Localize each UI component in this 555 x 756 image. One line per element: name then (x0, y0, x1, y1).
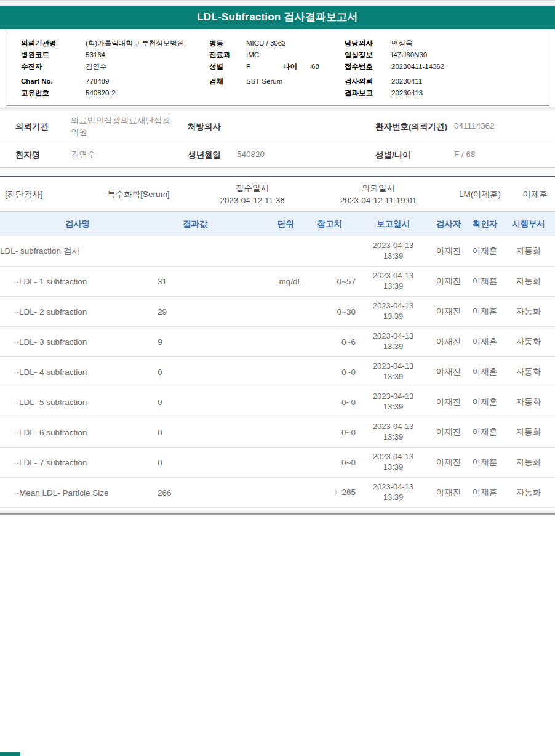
performing-dept: 자동화 (502, 357, 555, 387)
tester: 이재진 (429, 267, 468, 297)
report-date: 2023-04-13 (357, 452, 429, 462)
receipt-datetime: 접수일시 2023-04-12 11:36 (191, 182, 314, 206)
report-datetime: 2023-04-13 13:39 (357, 267, 429, 297)
report-date: 2023-04-13 (357, 301, 429, 312)
test-name: ··LDL- 1 subfraction (0, 267, 155, 297)
reference-range: 0~0 (303, 417, 357, 448)
info-label: 검체 (209, 78, 246, 86)
info-label: Chart No. (21, 78, 86, 86)
info-label: 병동 (209, 40, 246, 47)
patient-info-table: 의뢰기관 의료법인삼광의료재단삼광의원 처방의사 환자번호(의뢰기관) 0411… (0, 111, 555, 168)
info-value: 김연수 (86, 63, 107, 71)
request-value: 2023-04-12 11:19:01 (314, 195, 443, 207)
performing-dept: 자동화 (502, 327, 555, 357)
reference-range: 0~0 (303, 357, 357, 387)
col-verifier: 확인자 (468, 212, 502, 236)
test-name: ··LDL- 3 subfraction (0, 327, 155, 357)
result-value: 29 (155, 297, 235, 327)
performing-dept: 자동화 (502, 478, 555, 508)
results-table: 검사명 결과값 단위 참고치 보고일시 검사자 확인자 시행부서 LDL- su… (0, 212, 555, 508)
report-datetime: 2023-04-13 13:39 (357, 236, 429, 267)
result-row: ··Mean LDL- Particle Size 266 〉265 2023-… (0, 478, 555, 508)
info-column-right: 담당의사변성욱 임상정보I47U60N30 접수번호20230411-14362… (336, 38, 549, 99)
section-dept: [진단검사] (0, 189, 86, 200)
result-row: ··LDL- 7 subfraction 0 0~0 2023-04-13 13… (0, 448, 555, 478)
report-time: 13:39 (357, 281, 429, 292)
info-value: 68 (311, 63, 319, 71)
info-value: 53164 (86, 52, 105, 59)
info-label: 담당의사 (345, 40, 391, 47)
info-label: 결과보고 (345, 90, 391, 97)
patient-row: 환자명 김연수 생년월일 540820 성별/나이 F / 68 (0, 142, 555, 167)
info-label: 나이 (283, 63, 311, 71)
info-row: 고유번호540820-2 (21, 87, 203, 99)
unit (235, 478, 303, 508)
result-value: 0 (155, 448, 235, 478)
result-row: ··LDL- 6 subfraction 0 0~0 2023-04-13 13… (0, 417, 555, 448)
tester: 이재진 (429, 357, 468, 387)
page-top-strip (0, 0, 555, 6)
result-row: LDL- subfraction 검사 2023-04-13 13:39 이재진… (0, 236, 555, 267)
tester: 이재진 (429, 448, 468, 478)
report-date: 2023-04-13 (357, 271, 429, 281)
verifier: 이제훈 (468, 267, 502, 297)
unit: mg/dL (235, 267, 303, 297)
verifier: 이제훈 (468, 478, 502, 508)
report-datetime: 2023-04-13 13:39 (357, 478, 429, 508)
performing-dept: 자동화 (502, 236, 555, 267)
reference-range: 〉265 (303, 478, 357, 508)
info-label: 접수번호 (345, 63, 391, 71)
patient-value: 김연수 (71, 149, 188, 160)
col-test-name: 검사명 (0, 212, 155, 236)
result-value: 0 (155, 387, 235, 417)
info-row: 임상정보I47U60N30 (345, 49, 549, 61)
info-row: 검체SST Serum (209, 76, 336, 87)
section-category: 특수화학[Serum] (86, 189, 191, 200)
info-row: 수진자김연수 (21, 61, 203, 73)
info-label: 임상정보 (345, 52, 391, 59)
result-row: ··LDL- 4 subfraction 0 0~0 2023-04-13 13… (0, 357, 555, 387)
patient-label: 환자명 (15, 150, 71, 161)
separator-band (0, 107, 555, 111)
unit (235, 448, 303, 478)
performing-dept: 자동화 (502, 387, 555, 417)
tester: 이재진 (429, 327, 468, 357)
patient-label: 의뢰기관 (15, 121, 71, 132)
results-body: LDL- subfraction 검사 2023-04-13 13:39 이재진… (0, 236, 555, 508)
report-date: 2023-04-13 (357, 482, 429, 493)
report-time: 13:39 (357, 312, 429, 322)
info-label: 의뢰기관명 (21, 40, 86, 47)
report-time: 13:39 (357, 493, 429, 503)
info-row: 의뢰기관명(학)가톨릭대학교 부천성모병원 (21, 38, 203, 49)
report-date: 2023-04-13 (357, 392, 429, 402)
result-value: 0 (155, 357, 235, 387)
result-value: 9 (155, 327, 235, 357)
receipt-value: 2023-04-12 11:36 (191, 195, 314, 207)
report-title-bar: LDL-Subfraction 검사결과보고서 (0, 6, 555, 29)
reference-range: 0~0 (303, 387, 357, 417)
col-reference: 참고치 (303, 212, 357, 236)
report-time: 13:39 (357, 372, 429, 382)
info-row: 결과보고20230413 (345, 87, 549, 99)
col-report-datetime: 보고일시 (357, 212, 429, 236)
receipt-label: 접수일시 (191, 182, 314, 195)
report-datetime: 2023-04-13 13:39 (357, 327, 429, 357)
tester: 이재진 (429, 417, 468, 448)
page-bottom-teal-mark (0, 752, 20, 756)
lab-manager: LM(이제훈) (443, 189, 517, 200)
patient-label: 처방의사 (188, 121, 237, 132)
report-datetime: 2023-04-13 13:39 (357, 417, 429, 448)
info-value: IMC (246, 52, 259, 59)
request-datetime: 의뢰일시 2023-04-12 11:19:01 (314, 182, 443, 206)
test-name: ··LDL- 5 subfraction (0, 387, 155, 417)
report-datetime: 2023-04-13 13:39 (357, 357, 429, 387)
report-date: 2023-04-13 (357, 241, 429, 251)
patient-value: 041114362 (454, 121, 555, 132)
info-column-middle: 병동MICU / 3062 진료과IMC 성별F나이68 검체SST Serum (203, 38, 336, 99)
patient-value: F / 68 (454, 149, 555, 160)
info-value: 20230411-14362 (391, 63, 444, 71)
report-date: 2023-04-13 (357, 331, 429, 342)
verifier: 이제훈 (468, 448, 502, 478)
info-value: 540820-2 (86, 90, 116, 97)
reference-range: 0~6 (303, 327, 357, 357)
